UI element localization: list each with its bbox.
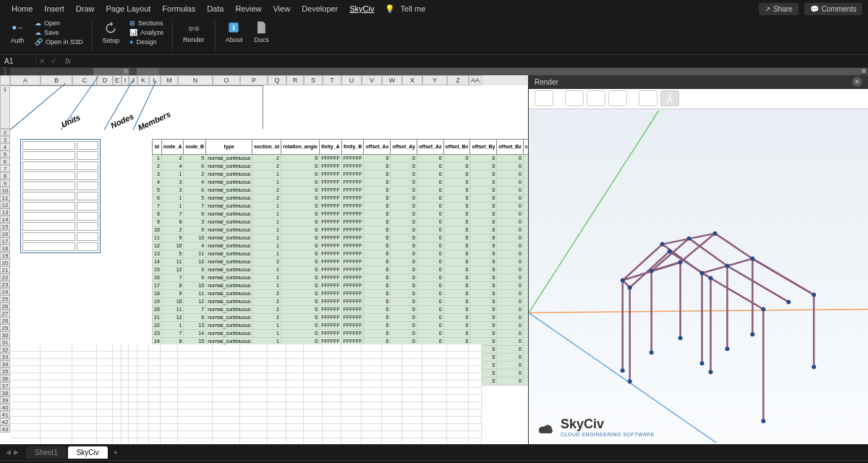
col-header-R[interactable]: R bbox=[286, 75, 304, 85]
col-header-M[interactable]: M bbox=[161, 75, 178, 85]
members-row[interactable]: 11910normal_continuous10FFFFFFFFFFFF0000… bbox=[153, 234, 529, 242]
axes-tool[interactable]: ⅄ bbox=[660, 90, 679, 106]
members-header[interactable]: offset_Bx bbox=[443, 140, 470, 155]
members-row[interactable]: 17810normal_continuous10FFFFFFFFFFFF0000… bbox=[153, 282, 529, 290]
row-header-9[interactable]: 9 bbox=[0, 179, 10, 187]
menu-review[interactable]: Review bbox=[229, 1, 267, 16]
render-button[interactable]: Render bbox=[179, 19, 209, 45]
row-header-33[interactable]: 33 bbox=[0, 353, 10, 360]
units-table[interactable]: units_systemmetriclengthmsection_lengthm… bbox=[20, 139, 101, 253]
row-header-27[interactable]: 27 bbox=[0, 310, 10, 317]
column-headers[interactable]: ABCDEIJKLMNOPQRSTUVWXYZAA bbox=[0, 75, 528, 85]
members-header[interactable]: offset_Bz bbox=[497, 140, 524, 155]
units-row[interactable]: masskg bbox=[22, 222, 98, 231]
members-row[interactable]: 23714normal_continuous10FFFFFFFFFFFF0000… bbox=[153, 330, 529, 338]
col-header-AA[interactable]: AA bbox=[469, 75, 482, 85]
members-header[interactable]: node_A bbox=[161, 140, 184, 155]
units-row[interactable]: translationmm bbox=[22, 232, 98, 241]
col-header-Y[interactable]: Y bbox=[422, 75, 447, 85]
menu-skyciv[interactable]: SkyCiv bbox=[344, 1, 380, 16]
col-header-P[interactable]: P bbox=[240, 75, 268, 85]
formula-input[interactable] bbox=[77, 56, 868, 67]
members-header[interactable]: offset_Ax bbox=[364, 140, 391, 155]
row-header-38[interactable]: 38 bbox=[0, 389, 10, 396]
col-header-D[interactable]: D bbox=[97, 75, 113, 85]
sections-button[interactable]: ⊞Sections bbox=[127, 19, 166, 27]
menu-draw[interactable]: Draw bbox=[70, 1, 101, 16]
row-header-1[interactable]: 1 bbox=[0, 85, 10, 129]
render-close-button[interactable]: ✕ bbox=[852, 77, 862, 87]
members-row[interactable]: 13511normal_continuous10FFFFFFFFFFFF0000… bbox=[153, 250, 529, 258]
row-header-12[interactable]: 12 bbox=[0, 201, 10, 208]
row-header-30[interactable]: 30 bbox=[0, 331, 10, 339]
circle-tool[interactable]: ○ bbox=[565, 90, 584, 106]
units-row[interactable]: momentkn-m bbox=[22, 202, 98, 211]
tab-sheet1[interactable]: Sheet1 bbox=[26, 446, 67, 459]
members-row[interactable]: 12104normal_continuous10FFFFFFFFFFFF0000… bbox=[153, 242, 529, 250]
members-header[interactable]: fixity_A bbox=[320, 140, 342, 155]
row-header-34[interactable]: 34 bbox=[0, 360, 10, 368]
share-button[interactable]: ↗Share bbox=[759, 3, 799, 15]
save-button[interactable]: ☁Save bbox=[32, 28, 86, 37]
col-header-K[interactable]: K bbox=[137, 75, 149, 85]
auth-button[interactable]: Auth bbox=[6, 20, 29, 46]
members-row[interactable]: 615normal_continuous20FFFFFFFFFFFF000000 bbox=[153, 195, 529, 203]
row-header-31[interactable]: 31 bbox=[0, 339, 10, 346]
design-button[interactable]: ●Design bbox=[127, 38, 166, 46]
tab-add[interactable]: + bbox=[109, 446, 122, 459]
menu-data[interactable]: Data bbox=[201, 1, 229, 16]
members-row[interactable]: 983normal_continuous10FFFFFFFFFFFF000000 bbox=[153, 218, 529, 226]
row-header-26[interactable]: 26 bbox=[0, 302, 10, 310]
grid-view-tool[interactable]: ⊞ bbox=[639, 90, 658, 106]
row-header-21[interactable]: 21 bbox=[0, 266, 10, 273]
members-row[interactable]: 141112normal_continuous20FFFFFFFFFFFF000… bbox=[153, 258, 529, 266]
members-row[interactable]: 434normal_continuous10FFFFFFFFFFFF000000 bbox=[153, 179, 529, 187]
row-header-25[interactable]: 25 bbox=[0, 295, 10, 302]
col-header-S[interactable]: S bbox=[304, 75, 323, 85]
members-header[interactable]: offset_Az bbox=[417, 140, 444, 155]
col-header-I[interactable]: I bbox=[122, 75, 129, 85]
col-header-Q[interactable]: Q bbox=[268, 75, 286, 85]
cell-reference[interactable]: A1 bbox=[0, 57, 36, 65]
members-header[interactable]: offset_Ay bbox=[391, 140, 417, 155]
units-row[interactable]: section_lengthmm bbox=[22, 161, 98, 170]
row-header-3[interactable]: 3 bbox=[0, 136, 10, 143]
members-row[interactable]: 312normal_continuous10FFFFFFFFFFFF000000 bbox=[153, 171, 529, 179]
row-header-5[interactable]: 5 bbox=[0, 150, 10, 158]
row-header-23[interactable]: 23 bbox=[0, 281, 10, 288]
row-header-28[interactable]: 28 bbox=[0, 317, 10, 324]
row-header-8[interactable]: 8 bbox=[0, 172, 10, 179]
members-row[interactable]: 878normal_continuous10FFFFFFFFFFFF000000 bbox=[153, 211, 529, 218]
row-header-39[interactable]: 39 bbox=[0, 396, 10, 404]
line-tool[interactable]: − bbox=[587, 90, 605, 106]
members-header[interactable]: type bbox=[206, 140, 252, 155]
members-row[interactable]: 21128normal_continuous20FFFFFFFFFFFF0000… bbox=[153, 314, 529, 322]
members-row[interactable]: 22113normal_continuous10FFFFFFFFFFFF0000… bbox=[153, 322, 529, 330]
row-header-41[interactable]: 41 bbox=[0, 411, 10, 418]
units-row[interactable]: forcekn bbox=[22, 192, 98, 200]
row-header-20[interactable]: 20 bbox=[0, 259, 10, 266]
menu-developer[interactable]: Developer bbox=[296, 1, 344, 16]
members-row[interactable]: 191012normal_continuous20FFFFFFFFFFFF000… bbox=[153, 298, 529, 306]
row-header-17[interactable]: 17 bbox=[0, 237, 10, 245]
col-header-Z[interactable]: Z bbox=[447, 75, 469, 85]
members-header[interactable]: offset_By bbox=[470, 140, 497, 155]
menu-pagelayout[interactable]: Page Layout bbox=[101, 1, 157, 16]
tab-next[interactable]: ▶ bbox=[14, 449, 19, 456]
members-row[interactable]: 1029normal_continuous10FFFFFFFFFFFF00000… bbox=[153, 226, 529, 234]
units-row[interactable]: lengthm bbox=[22, 151, 98, 160]
row-header-14[interactable]: 14 bbox=[0, 216, 10, 223]
col-header-E[interactable]: E bbox=[113, 75, 122, 85]
row-header-16[interactable]: 16 bbox=[0, 230, 10, 237]
col-header-V[interactable]: V bbox=[362, 75, 382, 85]
row-header-42[interactable]: 42 bbox=[0, 418, 10, 425]
row-header-22[interactable]: 22 bbox=[0, 273, 10, 281]
open-button[interactable]: ☁Open bbox=[32, 19, 86, 27]
members-header[interactable]: rotation_angle bbox=[281, 140, 319, 155]
members-header[interactable]: node_B bbox=[184, 140, 206, 155]
members-row[interactable]: 717normal_continuous10FFFFFFFFFFFF000000 bbox=[153, 203, 529, 211]
row-header-13[interactable]: 13 bbox=[0, 208, 10, 216]
menu-insert[interactable]: Insert bbox=[38, 1, 70, 16]
setup-button[interactable]: Setup bbox=[98, 20, 124, 46]
row-header-11[interactable]: 11 bbox=[0, 194, 10, 201]
